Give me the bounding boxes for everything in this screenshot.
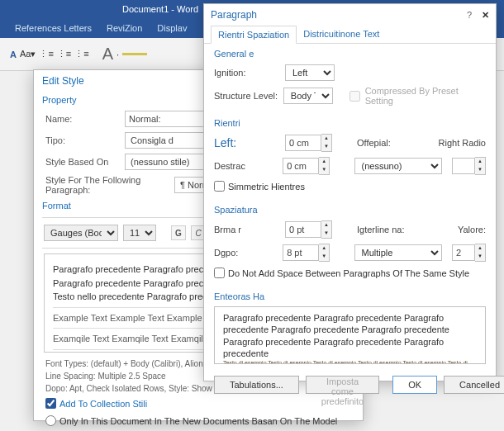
following-label: Style For The Following Paragraph: — [45, 175, 169, 195]
tab-distribution[interactable]: Districuitinone Text — [297, 26, 386, 43]
line-spacing-select[interactable]: Multiple — [354, 244, 442, 261]
paragraph-ok-button[interactable]: OK — [392, 376, 437, 394]
size-select[interactable]: 11 — [123, 225, 156, 241]
by-label: Right Radio — [439, 138, 486, 148]
bold-button[interactable]: G — [171, 225, 186, 240]
tab-indents[interactable]: Rientri Spaziation — [211, 26, 297, 44]
paragraph-cancel-button[interactable]: Cancelled — [444, 376, 504, 394]
document-title: Document1 - Word — [122, 4, 198, 14]
dont-add-space-label: Do Not Add Space Between Paragraphs Of T… — [228, 268, 469, 278]
level-label: Structure Level: — [214, 91, 278, 101]
before-input[interactable] — [285, 221, 321, 238]
mirror-label: Simmetric Hientres — [228, 182, 305, 192]
close-icon[interactable]: ✕ — [482, 10, 489, 21]
before-label: Brma r — [214, 225, 280, 234]
tab-references[interactable]: References Letters — [15, 23, 92, 33]
paragraph-title: Paragraph — [211, 9, 257, 21]
after-label: Dgpo: — [214, 248, 278, 258]
add-collection-label: Add To Collection Stili — [59, 399, 147, 409]
name-label: Name: — [45, 114, 120, 124]
preview-section: Enteoras Ha — [214, 291, 486, 301]
based-on-label: Style Based On — [45, 157, 120, 167]
left-indent-label: Left: — [214, 136, 280, 149]
up-arrow-icon[interactable]: ▲ — [321, 135, 331, 143]
line-spacing-label: Igterline na: — [357, 225, 407, 234]
indent-section: Rientri — [214, 118, 486, 128]
paragraph-dialog: Paragraph ? ✕ Rientri Spaziation Distric… — [203, 3, 497, 381]
type-label: Tipo: — [45, 135, 120, 145]
alignment-label: Ignition: — [214, 68, 280, 78]
add-collection-checkbox[interactable] — [45, 398, 56, 409]
at-label: Yalore: — [458, 225, 486, 234]
by-input[interactable] — [452, 158, 475, 174]
only-document-radio[interactable] — [45, 415, 56, 426]
general-section: General e — [214, 49, 486, 59]
only-document-label: Only In This Document In The New Documen… — [59, 416, 337, 426]
after-input[interactable] — [283, 244, 319, 261]
tab-review[interactable]: ReviZion — [107, 23, 142, 33]
left-indent-input[interactable] — [285, 135, 321, 151]
tab-display[interactable]: Displav — [157, 23, 187, 33]
special-label: Offepial: — [357, 138, 398, 148]
at-input[interactable] — [452, 244, 475, 261]
down-arrow-icon[interactable]: ▼ — [321, 143, 331, 151]
right-indent-input[interactable] — [283, 158, 319, 174]
dont-add-space-checkbox[interactable] — [214, 268, 225, 278]
compressed-checkbox — [349, 91, 360, 102]
level-select[interactable]: Body Text — [283, 88, 333, 104]
defaults-button: Imposta come predefinito — [306, 376, 379, 394]
right-indent-label: Destrac — [214, 161, 278, 171]
spacing-section: Spaziatura — [214, 205, 486, 215]
compressed-label: Compressed By Preset Setting — [365, 86, 486, 106]
font-select[interactable]: Gauges (Body) — [44, 225, 118, 241]
help-icon[interactable]: ? — [467, 10, 472, 20]
paragraph-preview: Paragrafo precedente Paragrafo precedent… — [214, 306, 486, 364]
alignment-select[interactable]: Left — [285, 64, 335, 81]
tabulations-button[interactable]: Tabulations... — [214, 376, 299, 394]
mirror-checkbox[interactable] — [214, 181, 225, 192]
paragraph-tabs: Rientri Spaziation Districuitinone Text — [204, 26, 496, 44]
special-select[interactable]: (nessuno) — [354, 158, 442, 174]
